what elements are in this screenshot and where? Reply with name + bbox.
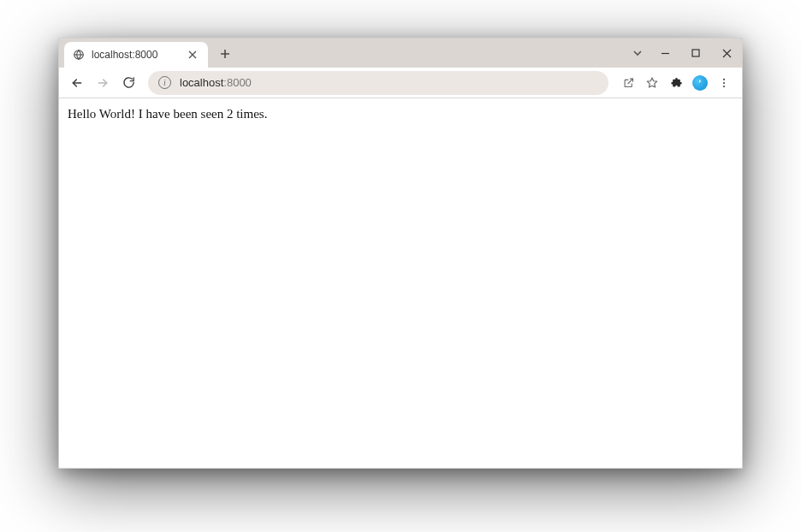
toolbar-right xyxy=(617,72,735,94)
svg-rect-1 xyxy=(692,50,699,56)
bookmark-star-icon[interactable] xyxy=(641,72,663,94)
tab-search-button[interactable] xyxy=(626,41,650,65)
profile-extension-icon[interactable] xyxy=(689,72,711,94)
reload-button[interactable] xyxy=(117,72,139,94)
url-text: localhost:8000 xyxy=(180,76,598,89)
titlebar: localhost:8000 xyxy=(59,38,742,68)
close-tab-button[interactable] xyxy=(186,48,199,62)
site-info-icon[interactable]: i xyxy=(158,76,171,89)
new-tab-button[interactable] xyxy=(213,42,237,66)
url-port: :8000 xyxy=(223,76,252,89)
svg-point-2 xyxy=(723,78,725,80)
tab-title: localhost:8000 xyxy=(92,49,179,61)
page-body-text: Hello World! I have been seen 2 times. xyxy=(68,107,267,121)
extensions-puzzle-icon[interactable] xyxy=(665,72,687,94)
maximize-button[interactable] xyxy=(680,41,711,65)
close-window-button[interactable] xyxy=(711,41,742,65)
svg-point-4 xyxy=(723,86,725,87)
window-controls xyxy=(626,38,742,68)
globe-icon xyxy=(73,49,85,61)
browser-window: localhost:8000 xyxy=(58,38,743,469)
forward-button[interactable] xyxy=(92,72,114,94)
page-content: Hello World! I have been seen 2 times. xyxy=(59,98,742,468)
toolbar: i localhost:8000 xyxy=(59,68,742,98)
share-icon[interactable] xyxy=(617,72,639,94)
url-host: localhost xyxy=(180,76,223,89)
back-button[interactable] xyxy=(66,72,88,94)
address-bar[interactable]: i localhost:8000 xyxy=(148,71,608,95)
menu-kebab-icon[interactable] xyxy=(713,72,735,94)
svg-point-3 xyxy=(723,81,725,83)
tab-active[interactable]: localhost:8000 xyxy=(64,42,208,68)
minimize-button[interactable] xyxy=(650,41,680,65)
